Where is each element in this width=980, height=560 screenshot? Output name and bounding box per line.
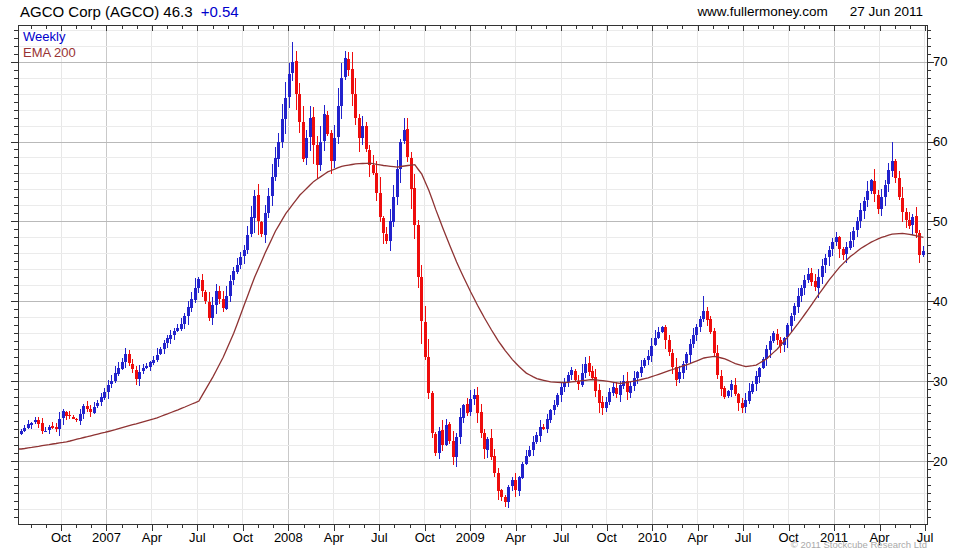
svg-text:Oct: Oct <box>597 530 618 545</box>
svg-text:2007: 2007 <box>92 530 121 545</box>
svg-text:Apr: Apr <box>142 530 163 545</box>
chart-date: 27 Jun 2011 <box>850 4 923 19</box>
source-header: www.fullermoney.com 27 Jun 2011 <box>697 4 923 19</box>
svg-text:Jul: Jul <box>553 530 570 545</box>
legend-ema-200: EMA 200 <box>23 45 76 60</box>
svg-text:60: 60 <box>933 134 947 149</box>
legend-weekly: Weekly <box>23 29 65 44</box>
svg-text:Oct: Oct <box>51 530 72 545</box>
chart-symbol-title: AGCO Corp (AGCO) 46.3 <box>20 3 193 20</box>
svg-text:Jul: Jul <box>189 530 206 545</box>
copyright-notice: © 2011 Stockcube Research Ltd <box>791 539 927 550</box>
gridlines <box>18 25 927 524</box>
svg-text:50: 50 <box>933 214 947 229</box>
svg-text:Apr: Apr <box>506 530 527 545</box>
svg-text:Apr: Apr <box>688 530 709 545</box>
svg-text:Oct: Oct <box>233 530 254 545</box>
price-chart: 203040506070Oct2007AprJulOct2008AprJulOc… <box>0 0 980 560</box>
svg-text:2009: 2009 <box>456 530 485 545</box>
svg-text:Jul: Jul <box>735 530 752 545</box>
svg-text:2010: 2010 <box>638 530 667 545</box>
svg-text:30: 30 <box>933 374 947 389</box>
svg-text:2008: 2008 <box>274 530 303 545</box>
svg-text:Apr: Apr <box>324 530 345 545</box>
chart-header: AGCO Corp (AGCO) 46.3 +0.54 <box>20 3 239 20</box>
svg-text:Jul: Jul <box>371 530 388 545</box>
candlestick-series <box>20 42 925 509</box>
svg-text:20: 20 <box>933 454 947 469</box>
svg-text:70: 70 <box>933 54 947 69</box>
price-change: +0.54 <box>201 3 239 20</box>
y-axis-labels: 203040506070 <box>933 54 947 468</box>
svg-text:Oct: Oct <box>415 530 436 545</box>
website-url: www.fullermoney.com <box>697 4 827 19</box>
svg-text:40: 40 <box>933 294 947 309</box>
plot-border-and-ticks <box>11 25 934 531</box>
